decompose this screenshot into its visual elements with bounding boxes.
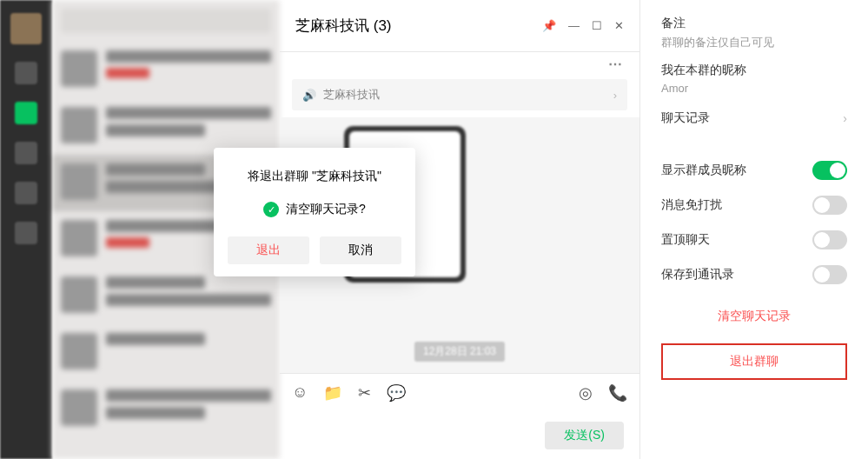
checkbox-label: 清空聊天记录? [286,202,366,217]
remark-hint: 群聊的备注仅自己可见 [661,35,847,50]
clear-history-button[interactable]: 清空聊天记录 [661,309,847,324]
list-item[interactable] [52,42,280,98]
folder-icon[interactable]: 📁 [323,383,342,402]
chat-history-row[interactable]: 聊天记录 › [661,110,847,126]
maximize-icon[interactable]: ☐ [592,19,602,32]
close-icon[interactable]: ✕ [614,19,624,32]
nav-sidebar [0,0,52,459]
nickname-label: 我在本群的昵称 [661,63,847,78]
minimize-icon[interactable]: — [568,19,580,32]
files-nav-icon[interactable] [15,182,37,204]
speaker-icon: 🔊 [302,89,316,102]
send-button[interactable]: 发送(S) [545,422,624,449]
show-nick-label: 显示群成员昵称 [661,163,746,178]
list-item[interactable] [52,98,280,155]
fav-nav-icon[interactable] [15,142,37,164]
more-icon[interactable]: ⋯ [608,56,624,72]
mute-label: 消息免打扰 [661,197,722,213]
group-settings: 备注 群聊的备注仅自己可见 我在本群的昵称 Amor 聊天记录 › 显示群成员昵… [640,0,868,459]
chat-log-icon[interactable]: 💬 [387,383,406,402]
emoji-icon[interactable]: ☺ [292,383,308,402]
leave-button[interactable]: 退出 [228,236,309,264]
chat-header: 芝麻科技讯 (3) 📌 — ☐ ✕ [280,0,639,52]
confirm-dialog: 将退出群聊 "芝麻科技讯" ✓ 清空聊天记录? 退出 取消 [214,148,415,276]
leave-group-button[interactable]: 退出群聊 [661,343,847,380]
toolbar: ☺ 📁 ✂ 💬 ◎ 📞 [280,373,639,411]
send-bar: 发送(S) [280,411,639,459]
check-icon: ✓ [263,202,279,217]
call-icon[interactable]: 📞 [608,383,627,402]
save-toggle[interactable] [812,265,847,284]
user-avatar[interactable] [10,13,42,44]
dialog-checkbox-row[interactable]: ✓ 清空聊天记录? [228,202,401,217]
chat-title: 芝麻科技讯 (3) [295,16,392,36]
chevron-right-icon: › [613,89,617,102]
dialog-title: 将退出群聊 "芝麻科技讯" [228,169,401,184]
pin-icon[interactable]: 📌 [542,19,556,32]
nickname-value[interactable]: Amor [661,82,847,95]
list-item[interactable] [52,381,280,437]
scissors-icon[interactable]: ✂ [358,383,371,402]
save-label: 保存到通讯录 [661,267,734,283]
pin-toggle[interactable] [812,230,847,249]
notice-text: 芝麻科技讯 [323,87,380,103]
search-input[interactable] [61,9,271,33]
remark-label: 备注 [661,16,847,31]
timestamp: 12月28日 21:03 [414,342,505,362]
group-notice[interactable]: 🔊 芝麻科技讯 › [292,79,627,110]
contacts-nav-icon[interactable] [15,102,37,124]
moments-nav-icon[interactable] [15,222,37,244]
history-label: 聊天记录 [661,110,710,126]
list-item[interactable] [52,324,280,381]
cancel-button[interactable]: 取消 [320,236,401,264]
show-nick-toggle[interactable] [812,161,847,180]
chat-nav-icon[interactable] [15,62,37,84]
record-icon[interactable]: ◎ [579,383,593,402]
chevron-right-icon: › [843,111,847,125]
pin-label: 置顶聊天 [661,232,710,248]
mute-toggle[interactable] [812,196,847,215]
